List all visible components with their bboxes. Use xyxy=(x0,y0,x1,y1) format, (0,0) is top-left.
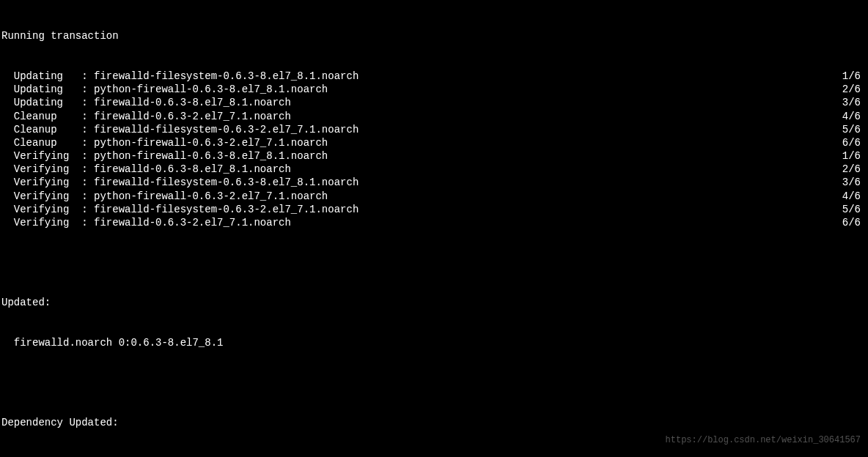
updated-header: Updated: xyxy=(1,296,867,309)
transaction-left: Verifying : python-firewall-0.6.3-8.el7_… xyxy=(1,149,842,163)
transaction-line: Verifying : python-firewall-0.6.3-8.el7_… xyxy=(1,149,867,163)
updated-package: firewalld.noarch 0:0.6.3-8.el7_8.1 xyxy=(1,336,867,349)
transaction-count: 5/6 xyxy=(842,123,867,136)
transaction-left: Updating : firewalld-0.6.3-8.el7_8.1.noa… xyxy=(1,96,842,109)
transaction-line: Verifying : firewalld-filesystem-0.6.3-8… xyxy=(1,176,867,189)
transaction-count: 2/6 xyxy=(842,83,867,96)
blank-line xyxy=(1,376,867,389)
transaction-left: Cleanup : firewalld-0.6.3-2.el7_7.1.noar… xyxy=(1,110,842,123)
transaction-left: Cleanup : firewalld-filesystem-0.6.3-2.e… xyxy=(1,123,842,136)
transaction-count: 6/6 xyxy=(842,136,867,149)
transaction-line: Cleanup : python-firewall-0.6.3-2.el7_7.… xyxy=(1,136,867,149)
terminal-output[interactable]: Running transaction Updating : firewalld… xyxy=(1,3,867,457)
transaction-line: Verifying : firewalld-filesystem-0.6.3-2… xyxy=(1,203,867,216)
transaction-count: 1/6 xyxy=(842,70,867,83)
transaction-count: 6/6 xyxy=(842,216,867,229)
transaction-line: Updating : firewalld-filesystem-0.6.3-8.… xyxy=(1,70,867,83)
transaction-count: 5/6 xyxy=(842,203,867,216)
transaction-header: Running transaction xyxy=(1,29,867,42)
transaction-count: 1/6 xyxy=(842,149,867,163)
transaction-count: 3/6 xyxy=(842,176,867,189)
transaction-count: 4/6 xyxy=(842,110,867,123)
transaction-left: Cleanup : python-firewall-0.6.3-2.el7_7.… xyxy=(1,136,842,149)
transaction-line: Verifying : firewalld-0.6.3-8.el7_8.1.no… xyxy=(1,163,867,176)
watermark-text: https://blog.csdn.net/weixin_30641567 xyxy=(666,435,861,447)
transaction-count: 3/6 xyxy=(842,96,867,109)
transaction-line: Cleanup : firewalld-filesystem-0.6.3-2.e… xyxy=(1,123,867,136)
transaction-count: 4/6 xyxy=(842,190,867,203)
transaction-left: Verifying : firewalld-0.6.3-8.el7_8.1.no… xyxy=(1,163,842,176)
transaction-left: Verifying : python-firewall-0.6.3-2.el7_… xyxy=(1,190,842,203)
dependency-header: Dependency Updated: xyxy=(1,416,867,429)
blank-line xyxy=(1,256,867,270)
transaction-left: Verifying : firewalld-filesystem-0.6.3-8… xyxy=(1,176,842,189)
transaction-count: 2/6 xyxy=(842,163,867,176)
transaction-line: Updating : python-firewall-0.6.3-8.el7_8… xyxy=(1,83,867,96)
transaction-left: Verifying : firewalld-filesystem-0.6.3-2… xyxy=(1,203,842,216)
transaction-line: Verifying : firewalld-0.6.3-2.el7_7.1.no… xyxy=(1,216,867,229)
transaction-line: Cleanup : firewalld-0.6.3-2.el7_7.1.noar… xyxy=(1,110,867,123)
transaction-left: Updating : firewalld-filesystem-0.6.3-8.… xyxy=(1,70,842,83)
transaction-left: Verifying : firewalld-0.6.3-2.el7_7.1.no… xyxy=(1,216,842,229)
transaction-line: Verifying : python-firewall-0.6.3-2.el7_… xyxy=(1,190,867,203)
transaction-left: Updating : python-firewall-0.6.3-8.el7_8… xyxy=(1,83,842,96)
transaction-line: Updating : firewalld-0.6.3-8.el7_8.1.noa… xyxy=(1,96,867,109)
